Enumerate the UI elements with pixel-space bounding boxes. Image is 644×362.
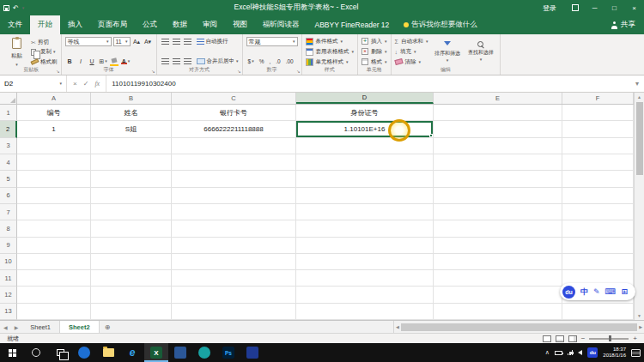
scroll-up-icon[interactable]: ▲ (637, 94, 641, 100)
cell[interactable] (434, 254, 562, 270)
cell[interactable] (296, 270, 434, 287)
start-button[interactable] (0, 343, 24, 362)
taskbar-app-teal[interactable] (192, 343, 216, 362)
row-header[interactable]: 4 (0, 154, 17, 171)
font-size-select[interactable]: 11▾ (113, 37, 131, 46)
sheet-nav-left-icon[interactable]: ◀ (0, 321, 11, 333)
cell[interactable] (17, 254, 91, 270)
column-header-f[interactable]: F (562, 93, 634, 104)
save-icon[interactable] (3, 5, 9, 11)
cell[interactable] (296, 304, 434, 320)
merge-center-button[interactable]: 合并后居中▾ (197, 57, 239, 65)
insert-function-icon[interactable]: fx (94, 80, 100, 87)
dialog-launcher-icon[interactable]: ↘ (56, 69, 59, 74)
cell[interactable] (91, 154, 172, 171)
cell[interactable] (296, 154, 434, 171)
cell[interactable] (91, 220, 172, 237)
cell[interactable] (562, 171, 634, 187)
cell[interactable] (562, 238, 634, 254)
row-header-1[interactable]: 1 (0, 105, 17, 121)
row-header[interactable]: 10 (0, 254, 17, 270)
fill-color-icon[interactable] (110, 57, 119, 66)
taskbar-app-file-explorer[interactable] (96, 343, 120, 362)
cell[interactable] (562, 204, 634, 220)
cell[interactable] (17, 154, 91, 171)
row-header-2[interactable]: 2 (0, 121, 17, 137)
cell[interactable] (172, 254, 296, 270)
cell[interactable] (172, 154, 296, 171)
baidu-ime-toolbar[interactable]: du 中 ✎ ⌨ ⊞ (560, 283, 635, 300)
taskbar-app-edge[interactable]: e (120, 343, 144, 362)
cell[interactable] (91, 238, 172, 254)
cell[interactable] (91, 304, 172, 320)
cell-d1[interactable]: 身份证号 (296, 105, 434, 121)
column-header-c[interactable]: C (172, 93, 296, 104)
dialog-launcher-icon[interactable]: ↘ (296, 69, 300, 74)
number-format-select[interactable]: 常规▾ (246, 37, 298, 46)
taskbar-app-excel[interactable]: X (144, 343, 168, 362)
font-color-icon[interactable]: A▾ (121, 57, 131, 66)
cell[interactable] (434, 204, 562, 220)
scroll-right-icon[interactable]: ▶ (639, 324, 642, 329)
cell[interactable] (91, 204, 172, 220)
underline-button[interactable]: U (88, 57, 97, 66)
select-all-corner[interactable] (0, 93, 17, 104)
page-break-view-icon[interactable] (568, 335, 577, 342)
maximize-button[interactable]: □ (605, 0, 624, 15)
find-select-button[interactable]: 查找和选择▾ (465, 36, 496, 67)
cut-button[interactable]: ✂剪切 (31, 38, 58, 46)
comma-style-icon[interactable]: , (267, 58, 272, 64)
normal-view-icon[interactable] (543, 335, 551, 342)
page-layout-view-icon[interactable] (556, 335, 564, 342)
cell[interactable] (172, 287, 296, 303)
cell[interactable] (434, 171, 562, 187)
cell[interactable] (296, 287, 434, 303)
cell[interactable] (91, 171, 172, 187)
cell[interactable] (91, 138, 172, 154)
minimize-button[interactable]: ─ (585, 0, 605, 15)
cell[interactable] (17, 188, 91, 204)
cell[interactable] (17, 171, 91, 187)
cell[interactable] (562, 304, 634, 320)
vertical-scrollbar[interactable]: ▲ ▼ (634, 93, 644, 320)
fill-handle[interactable] (429, 134, 433, 137)
row-header[interactable]: 7 (0, 204, 17, 220)
ime-keyboard-icon[interactable]: ⌨ (605, 287, 616, 296)
paste-button[interactable]: 粘贴 ▾ (5, 36, 28, 67)
align-bottom-icon[interactable] (183, 37, 192, 46)
tab-formulas[interactable]: 公式 (135, 15, 165, 34)
column-header-d[interactable]: D (296, 93, 434, 104)
delete-cells-button[interactable]: 删除▾ (361, 46, 387, 57)
row-header[interactable]: 5 (0, 171, 17, 187)
add-sheet-icon[interactable]: ⊕ (100, 321, 116, 333)
cell-f1[interactable] (562, 105, 634, 121)
decrease-font-icon[interactable]: A▾ (143, 37, 153, 46)
scroll-left-icon[interactable]: ◀ (396, 324, 399, 329)
taskbar-app-blue[interactable] (168, 343, 192, 362)
bold-button[interactable]: B (65, 57, 75, 66)
cell[interactable] (296, 188, 434, 204)
increase-font-icon[interactable]: A▴ (132, 37, 142, 46)
cell[interactable] (296, 171, 434, 187)
cell-e1[interactable] (434, 105, 562, 121)
cell[interactable] (562, 188, 634, 204)
cell[interactable] (172, 138, 296, 154)
autosum-button[interactable]: Σ自动求和▾ (395, 36, 428, 46)
cell-b2[interactable]: S姐 (91, 121, 172, 137)
vscroll-thumb[interactable] (636, 102, 643, 175)
cell[interactable] (91, 188, 172, 204)
cell[interactable] (434, 220, 562, 237)
dialog-launcher-icon[interactable]: ↘ (237, 69, 240, 74)
align-left-icon[interactable] (161, 57, 170, 66)
format-as-table-button[interactable]: 套用表格格式▾ (306, 46, 355, 57)
cell[interactable] (296, 254, 434, 270)
cell[interactable] (17, 304, 91, 320)
italic-button[interactable]: I (76, 57, 86, 66)
taskbar-app-photoshop[interactable]: Ps (216, 343, 240, 362)
qat-customize-icon[interactable]: ▾ (22, 6, 25, 10)
cell[interactable] (91, 270, 172, 287)
font-name-select[interactable]: 等线▾ (65, 37, 112, 46)
cell[interactable] (172, 270, 296, 287)
zoom-in-icon[interactable]: + (633, 335, 637, 342)
tab-data[interactable]: 数据 (165, 15, 195, 34)
